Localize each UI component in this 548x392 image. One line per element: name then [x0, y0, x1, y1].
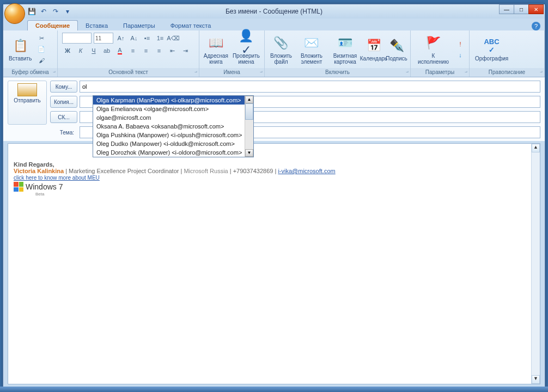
- spelling-button[interactable]: ABC✓Орфография: [473, 36, 510, 63]
- autocomplete-item[interactable]: Oleg Dudko (Manpower) <i-oldudk@microsof…: [93, 139, 253, 148]
- attach-file-button[interactable]: 📎Вложить файл: [268, 33, 294, 66]
- autocomplete-item[interactable]: Olga Emelianova <olgae@microsoft.com>: [93, 105, 253, 113]
- bold-button[interactable]: Ж: [62, 46, 73, 56]
- check-names-button[interactable]: 👤✓ Проверить имена: [232, 33, 261, 66]
- attach-item-icon: ✉️: [303, 34, 320, 52]
- autocomplete-dropdown: Olga Karpman (ManPower) <i-olkarp@micros…: [93, 95, 254, 157]
- signature-line: Victoria Kalinkina | Marketing Excellenc…: [14, 168, 534, 174]
- undo-icon[interactable]: ↶: [38, 6, 49, 17]
- font-name-combo[interactable]: [62, 33, 92, 44]
- card-icon: 🪪: [336, 34, 354, 52]
- attach-item-button[interactable]: ✉️Вложить элемент: [296, 33, 327, 66]
- autocomplete-item[interactable]: Oksana A. Babaeva <oksanab@microsoft.com…: [93, 122, 253, 131]
- header-fields: Отправить Кому... Копия... СК... Тема:: [3, 77, 545, 141]
- indent-dec-icon[interactable]: ⇤: [167, 46, 178, 56]
- autocomplete-item[interactable]: Olga Karpman (ManPower) <i-olkarp@micros…: [93, 96, 253, 105]
- format-painter-icon[interactable]: 🖌: [36, 56, 47, 65]
- window-controls: — □ ✕: [500, 4, 544, 14]
- shrink-font-icon[interactable]: A↓: [129, 33, 139, 43]
- group-names: 📖 Адресная книга 👤✓ Проверить имена Имен…: [199, 30, 265, 77]
- meu-link[interactable]: click here to know more about MEU: [14, 175, 100, 181]
- subject-label: Тема:: [8, 130, 77, 136]
- windows7-logo-line: Windows 7: [14, 182, 534, 192]
- redo-icon[interactable]: ↷: [50, 6, 61, 17]
- italic-button[interactable]: К: [75, 46, 86, 56]
- autocomplete-item[interactable]: Oleg Dorozhok (Manpower) <i-oldoro@micro…: [93, 148, 253, 157]
- group-font: A↑ A↓ •≡ 1≡ A⌫ Ж К Ч ab A ≡ ≡ ≡ ⇤ ⇥: [58, 30, 199, 77]
- close-button[interactable]: ✕: [528, 4, 544, 14]
- pen-icon: ✒️: [388, 37, 405, 54]
- group-track: 🚩К исполнению ! ↓ Параметры: [411, 30, 470, 77]
- scroll-up-icon[interactable]: ▲: [532, 144, 540, 152]
- clear-format-icon[interactable]: A⌫: [168, 33, 179, 43]
- window-title: Без имени - Сообщение (HTML): [226, 8, 322, 15]
- group-label-font: Основной текст: [58, 68, 199, 77]
- group-label-spell: Правописание: [470, 68, 544, 77]
- tab-options[interactable]: Параметры: [115, 21, 163, 30]
- address-book-button[interactable]: 📖 Адресная книга: [203, 33, 229, 66]
- group-clipboard: 📋 Вставить ✂ 📄 🖌 Буфер обмена: [3, 30, 58, 77]
- to-button[interactable]: Кому...: [50, 81, 77, 93]
- tab-message[interactable]: Сообщение: [27, 20, 78, 30]
- bcc-button[interactable]: СК...: [50, 111, 77, 123]
- titlebar: 💾 ↶ ↷ ▾ Без имени - Сообщение (HTML) — □…: [3, 4, 545, 19]
- maximize-button[interactable]: □: [514, 4, 529, 14]
- followup-button[interactable]: 🚩К исполнению: [414, 33, 453, 66]
- group-label-clipboard: Буфер обмена: [3, 68, 57, 77]
- quick-access-toolbar: 💾 ↶ ↷ ▾: [26, 6, 73, 17]
- underline-button[interactable]: Ч: [88, 46, 99, 56]
- office-button[interactable]: [4, 3, 25, 24]
- flag-icon: 🚩: [425, 34, 442, 52]
- calendar-button[interactable]: 📅Календарь: [363, 36, 384, 63]
- numbering-icon[interactable]: 1≡: [155, 33, 166, 43]
- grow-font-icon[interactable]: A↑: [115, 33, 126, 43]
- group-label-include: Включить: [265, 68, 410, 77]
- check-names-icon: 👤✓: [238, 34, 255, 52]
- calendar-icon: 📅: [365, 37, 382, 54]
- save-icon[interactable]: 💾: [26, 6, 37, 17]
- to-input[interactable]: [80, 81, 540, 93]
- copy-icon[interactable]: 📄: [36, 45, 47, 54]
- signature-email-link[interactable]: i-vika@microsoft.com: [278, 168, 335, 174]
- ribbon-tabs: Сообщение Вставка Параметры Формат текст…: [3, 19, 545, 30]
- outlook-compose-window: 💾 ↶ ↷ ▾ Без имени - Сообщение (HTML) — □…: [3, 4, 545, 389]
- group-include: 📎Вложить файл ✉️Вложить элемент 🪪Визитна…: [265, 30, 411, 77]
- signature-name: Victoria Kalinkina: [14, 168, 64, 174]
- scroll-thumb[interactable]: [245, 103, 253, 120]
- tab-format[interactable]: Формат текста: [163, 21, 219, 30]
- font-size-combo[interactable]: [94, 33, 113, 44]
- minimize-button[interactable]: —: [499, 4, 514, 14]
- bullets-icon[interactable]: •≡: [142, 33, 153, 43]
- send-button[interactable]: Отправить: [8, 81, 47, 125]
- taskbar[interactable]: [0, 387, 548, 392]
- signature-regards: Kind Regards,: [14, 161, 534, 168]
- paste-button[interactable]: 📋 Вставить: [7, 36, 34, 63]
- autocomplete-scrollbar[interactable]: ▲ ▼: [245, 96, 253, 157]
- importance-low-icon[interactable]: ↓: [455, 50, 466, 60]
- align-left-icon[interactable]: ≡: [127, 46, 138, 56]
- importance-high-icon[interactable]: !: [455, 39, 466, 49]
- scroll-up-icon[interactable]: ▲: [245, 96, 253, 103]
- group-label-track: Параметры: [411, 68, 469, 77]
- help-icon[interactable]: ?: [532, 22, 540, 30]
- align-center-icon[interactable]: ≡: [141, 46, 151, 56]
- business-card-button[interactable]: 🪪Визитная карточка: [329, 33, 361, 66]
- highlight-icon[interactable]: ab: [101, 46, 112, 56]
- group-label-names: Имена: [199, 68, 264, 77]
- autocomplete-item[interactable]: Olga Pushkina (Manpower) <i-olpush@micro…: [93, 131, 253, 139]
- font-color-icon[interactable]: A: [114, 46, 125, 56]
- address-book-icon: 📖: [207, 34, 224, 52]
- signature-button[interactable]: ✒️Подпись: [386, 36, 407, 63]
- scroll-down-icon[interactable]: ▼: [245, 149, 253, 157]
- cc-button[interactable]: Копия...: [50, 96, 77, 108]
- body-scrollbar[interactable]: ▲ ▼: [531, 144, 540, 384]
- ribbon: 📋 Вставить ✂ 📄 🖌 Буфер обмена A↑ A↓ •≡: [3, 30, 545, 77]
- autocomplete-item[interactable]: olgae@microsft.com: [93, 113, 253, 122]
- align-right-icon[interactable]: ≡: [154, 46, 165, 56]
- message-body[interactable]: Kind Regards, Victoria Kalinkina | Marke…: [8, 143, 540, 384]
- indent-inc-icon[interactable]: ⇥: [180, 46, 191, 56]
- scroll-down-icon[interactable]: ▼: [532, 375, 540, 384]
- cut-icon[interactable]: ✂: [36, 34, 47, 44]
- tab-insert[interactable]: Вставка: [78, 21, 115, 30]
- qat-dropdown-icon[interactable]: ▾: [62, 6, 73, 17]
